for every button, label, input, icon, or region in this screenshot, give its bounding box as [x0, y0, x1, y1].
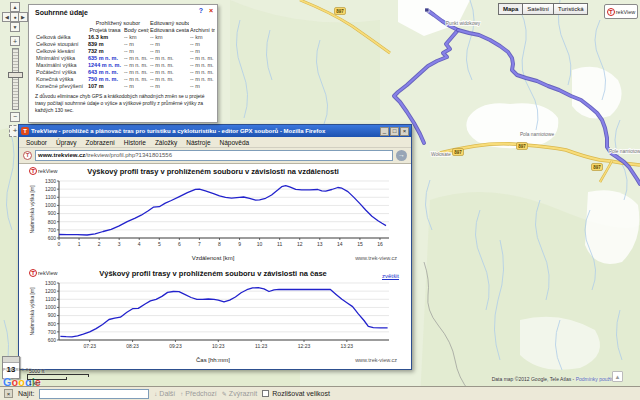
summary-cell: -- m n. m.: [123, 54, 149, 61]
close-button[interactable]: ×: [400, 127, 409, 136]
map-type-button-2[interactable]: Turistická: [554, 3, 588, 15]
go-button[interactable]: →: [396, 150, 407, 161]
summary-cell: -- m: [123, 82, 149, 89]
svg-text:16: 16: [377, 241, 383, 247]
trekview-logo-button[interactable]: T rekView: [604, 4, 638, 19]
chart-trekview-logo: T rekView: [29, 269, 57, 277]
summary-cell: [189, 19, 215, 26]
svg-text:1200: 1200: [45, 186, 56, 192]
summary-cell: -- m n. m.: [149, 68, 189, 75]
url-field[interactable]: www.trekview.cz/trekview/profil.php?1341…: [35, 150, 393, 161]
svg-text:1200: 1200: [45, 288, 56, 294]
road-shield-label: 897: [518, 144, 526, 149]
menu-item-6[interactable]: Nápověda: [216, 139, 254, 146]
svg-text:08:23: 08:23: [126, 343, 139, 349]
svg-text:1300: 1300: [45, 280, 56, 286]
summary-cell: -- m: [123, 47, 149, 54]
menu-item-5[interactable]: Nástroje: [182, 139, 214, 146]
summary-cell: Konečné převýšení: [35, 82, 87, 89]
pan-up-button[interactable]: ▲: [10, 2, 20, 12]
summary-cell: -- m n. m.: [149, 61, 189, 68]
elevation-time-chart: T rekView Výškový profil trasy v prohlíž…: [27, 268, 399, 369]
summary-cell: 16.3 km: [87, 33, 123, 40]
summary-cell: -- m n. m.: [149, 54, 189, 61]
chart-title: Výškový profil trasy v prohlíženém soubo…: [87, 167, 339, 176]
maximize-button[interactable]: □: [390, 127, 399, 136]
chart-xlabel: Čas [hh:mm]: [27, 357, 399, 363]
findbar-label: Najít:: [18, 390, 34, 397]
zoom-out-button[interactable]: −: [10, 112, 20, 122]
svg-text:0: 0: [58, 241, 61, 247]
map-copyright: Data map ©2012 Google, Tele Atlas - Podm…: [492, 376, 614, 382]
zoom-in-button[interactable]: +: [10, 36, 20, 46]
svg-text:900: 900: [48, 210, 57, 216]
menu-item-0[interactable]: Soubor: [22, 139, 51, 146]
summary-cell: 732 m: [87, 47, 123, 54]
menu-bar: SouborÚpravyZobrazeníHistorieZáložkyNást…: [19, 137, 411, 148]
summary-cell: Minimální výška: [35, 54, 87, 61]
find-input[interactable]: [39, 389, 149, 399]
window-titlebar[interactable]: T TrekView - prohlížeč a plánovač tras p…: [19, 125, 411, 137]
trekview-t-icon: T: [29, 167, 37, 175]
map-label-punkt-widokowy: Punkt widokowy: [446, 21, 481, 26]
checkbox-icon: [262, 390, 269, 397]
svg-text:5: 5: [158, 241, 161, 247]
summary-panel: ? × Souhrnné údaje Prohlížený souborEdit…: [28, 4, 218, 123]
chart-watermark: www.trek-view.cz: [355, 357, 397, 363]
table-row: Minimální výška635 m n. m.-- m n. m.-- m…: [35, 54, 215, 61]
summary-cell: -- m: [189, 82, 215, 89]
summary-cell: -- m n. m.: [189, 54, 215, 61]
minimize-button[interactable]: _: [380, 127, 389, 136]
svg-text:10: 10: [257, 241, 263, 247]
panel-help-button[interactable]: ?: [199, 7, 203, 14]
zoom-slider-thumb[interactable]: [8, 72, 23, 78]
summary-cell: 750 m n. m.: [87, 75, 123, 82]
summary-cell: -- m: [149, 40, 189, 47]
pan-down-button[interactable]: ▼: [10, 22, 20, 32]
summary-cell: 1244 m n. m.: [87, 61, 123, 68]
url-host: www.trekview.cz: [38, 152, 85, 158]
svg-text:800: 800: [48, 219, 57, 225]
menu-item-3[interactable]: Historie: [120, 139, 150, 146]
summary-cell: Celkové stoupání: [35, 40, 87, 47]
menu-item-2[interactable]: Zobrazení: [82, 139, 119, 146]
summary-cell: Editovaná cesta: [149, 26, 189, 33]
summary-cell: -- m n. m.: [189, 61, 215, 68]
svg-text:11:23: 11:23: [255, 343, 267, 349]
trekview-logo-text: rekView: [38, 168, 57, 174]
panel-close-button[interactable]: ×: [209, 7, 213, 14]
find-highlight-button[interactable]: ✎Zvýraznit: [222, 390, 257, 397]
svg-text:600: 600: [48, 337, 57, 343]
pan-right-button[interactable]: ▶: [18, 12, 28, 22]
zoom-slider-track[interactable]: [12, 48, 19, 110]
map-arrow-button[interactable]: ▲: [612, 371, 623, 382]
table-row: Celkové stoupání839 m-- m-- m-- m: [35, 40, 215, 47]
url-path: /trekview/profil.php?1341801556: [85, 152, 172, 158]
svg-text:13: 13: [317, 241, 323, 247]
menu-item-4[interactable]: Záložky: [151, 139, 181, 146]
highlighter-icon: ✎: [222, 390, 227, 397]
summary-cell: Celková délka: [35, 33, 87, 40]
menu-item-1[interactable]: Úpravy: [52, 139, 81, 146]
terms-link[interactable]: Podmínky použití: [576, 376, 614, 382]
svg-text:900: 900: [48, 312, 57, 318]
find-next-button[interactable]: ↓Další: [154, 390, 175, 397]
summary-cell: -- m n. m.: [123, 75, 149, 82]
map-type-button-0[interactable]: Mapa: [498, 3, 523, 15]
summary-cell: Prohlížený soubor: [87, 19, 149, 26]
summary-cell: 839 m: [87, 40, 123, 47]
summary-cell: Editovaný soubor: [149, 19, 189, 26]
browser-window: T TrekView - prohlížeč a plánovač tras p…: [18, 124, 412, 370]
match-case-checkbox[interactable]: Rozlišovat velikost: [262, 390, 330, 397]
browser-content: T rekView Výškový profil trasy v prohlíž…: [19, 163, 411, 369]
screen: 897 897 897 897 Punkt widokowy Pola nami…: [0, 0, 640, 400]
summary-cell: 107 m: [87, 82, 123, 89]
map-type-button-1[interactable]: Satelitní: [523, 3, 554, 15]
road-shield-label: 897: [593, 165, 601, 170]
summary-panel-title: Souhrnné údaje: [35, 9, 211, 16]
find-prev-button[interactable]: ↑Předchozí: [180, 390, 217, 397]
trekview-logo-text: rekView: [38, 270, 57, 276]
findbar-close-button[interactable]: ×: [4, 389, 13, 398]
svg-text:07:23: 07:23: [83, 343, 96, 349]
summary-cell: Archivní trasa: [189, 26, 215, 33]
